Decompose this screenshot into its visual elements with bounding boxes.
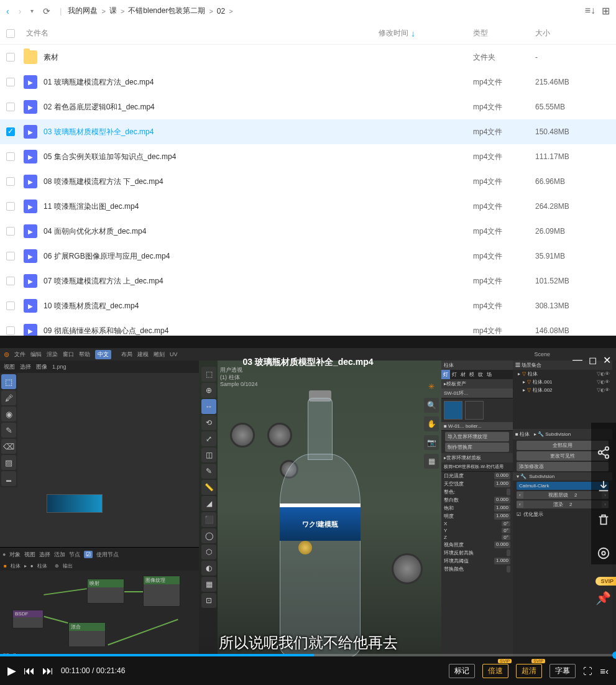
select-all-checkbox[interactable] xyxy=(6,29,15,38)
blender-logo-icon: ⊚ xyxy=(4,351,9,359)
minimize-button[interactable]: — xyxy=(572,354,582,366)
column-name[interactable]: 文件名 xyxy=(15,28,379,39)
row-checkbox[interactable] xyxy=(6,78,15,86)
node-wire xyxy=(44,588,87,595)
row-checkbox[interactable] xyxy=(6,103,15,111)
prev-button[interactable]: ⏮ xyxy=(24,664,35,678)
vt-rotate: ⟲ xyxy=(201,415,216,430)
video-player: — ◻ ✕ 03 玻璃瓶材质模型补全_dec.mp4 ⊚ 文件 编辑 渲染 窗口… xyxy=(0,336,616,685)
row-checkbox[interactable] xyxy=(6,277,15,285)
close-button[interactable]: ✕ xyxy=(603,354,611,366)
forward-button[interactable]: › xyxy=(19,6,22,16)
delete-button[interactable] xyxy=(592,508,615,531)
refresh-button[interactable]: ⟳ xyxy=(43,6,50,16)
file-type: mp4文件 xyxy=(473,152,535,162)
chevron-right-icon: > xyxy=(229,7,232,15)
row-checkbox[interactable] xyxy=(6,202,15,211)
file-type: mp4文件 xyxy=(473,226,535,237)
download-button[interactable] xyxy=(592,475,615,497)
next-button[interactable]: ⏭ xyxy=(42,664,53,678)
tool-cursor: ⬚ xyxy=(1,374,16,389)
breadcrumb-item[interactable]: 课 xyxy=(109,6,117,16)
row-checkbox[interactable] xyxy=(6,301,15,310)
vt-c: ◯ xyxy=(201,528,216,543)
viewport-left-tools: ⬚ ⊕ ↔ ⟲ ⤢ ◫ ✎ 📏 ◢ ⬛ ◯ ⬡ ◐ ▦ ⊡ xyxy=(201,367,219,608)
svg-point-6 xyxy=(599,548,609,559)
node-a: 映射 xyxy=(87,579,124,604)
file-size: 65.55MB xyxy=(535,103,610,111)
node-d: 混合 xyxy=(68,622,106,647)
vt-g: ⊡ xyxy=(201,593,216,608)
asset-section: ▸ 模板资产 xyxy=(441,379,513,388)
pin-icon[interactable]: 📌 xyxy=(595,591,611,605)
file-row[interactable]: 素材文件夹- xyxy=(0,45,616,70)
mark-button[interactable]: 标记 xyxy=(449,664,475,678)
share-button[interactable] xyxy=(592,441,615,464)
svip-badge[interactable]: SVIP xyxy=(595,577,616,586)
node-wire xyxy=(44,616,68,623)
file-row[interactable]: ▶10 喷漆瓶材质流程_dec.mp4mp4文件308.13MB xyxy=(0,293,616,318)
file-row[interactable]: ▶08 喷漆瓶建模流程方法 下_dec.mp4mp4文件66.96MB xyxy=(0,169,616,194)
tool-eraser: ⌫ xyxy=(1,439,16,454)
vt-move: ↔ xyxy=(201,399,216,414)
video-icon: ▶ xyxy=(24,100,37,114)
breadcrumb-item[interactable]: 我的网盘 xyxy=(68,6,98,16)
file-row[interactable]: ▶11 喷漆瓶渲染出图_dec.mp4mp4文件264.28MB xyxy=(0,194,616,219)
breadcrumb-item[interactable]: 02 xyxy=(217,7,225,16)
file-row[interactable]: ▶02 着色器底层逻辑0和1_dec.mp4mp4文件65.55MB xyxy=(0,94,616,119)
file-name: 07 喷漆瓶建模流程方法 上_dec.mp4 xyxy=(44,276,379,287)
video-subtitle: 所以说呢我们就不给他再去 xyxy=(219,633,398,653)
play-button[interactable]: ▶ xyxy=(7,664,16,678)
file-row[interactable]: ▶07 喷漆瓶建模流程方法 上_dec.mp4mp4文件101.52MB xyxy=(0,269,616,293)
file-size: 146.08MB xyxy=(535,326,610,335)
time-display: 00:11:00 / 00:21:46 xyxy=(61,666,125,675)
playlist-button[interactable]: ≡‹ xyxy=(600,666,609,676)
fullscreen-button[interactable]: ⛶ xyxy=(583,666,592,676)
maximize-button[interactable]: ◻ xyxy=(589,354,597,366)
column-time[interactable]: 修改时间 ↓ xyxy=(379,28,473,39)
row-checkbox[interactable] xyxy=(6,326,15,335)
side-toolbar xyxy=(591,423,616,564)
history-dropdown[interactable]: ▾ xyxy=(30,7,34,14)
nodes-header: ● 对象 视图 选择 活加 节点 ☑ 使用节点 xyxy=(0,548,199,561)
column-size[interactable]: 大小 xyxy=(535,28,610,39)
speed-button[interactable]: 倍速SVIP xyxy=(482,664,508,678)
vt-a: ◢ xyxy=(201,496,216,511)
bottle-medal xyxy=(298,541,312,554)
settings-button[interactable] xyxy=(592,542,615,564)
caption-button[interactable]: 字幕 xyxy=(549,664,576,678)
row-checkbox[interactable] xyxy=(6,53,15,62)
row-checkbox[interactable] xyxy=(6,227,15,236)
column-type[interactable]: 类型 xyxy=(473,28,535,39)
file-row[interactable]: ▶04 面朝向优化水材质_dec.mp4mp4文件26.09MB xyxy=(0,219,616,244)
file-row[interactable]: ▶05 集合实例关联追加等知识点_dec.mp4mp4文件111.17MB xyxy=(0,144,616,169)
quality-button[interactable]: 超清SVIP xyxy=(516,664,542,678)
nodes-subheader: ■ 柱体 ▸ ● 柱体 ⊕ 输出 xyxy=(0,561,199,571)
breadcrumb-item[interactable]: 不错blender包装第二期 xyxy=(128,6,205,16)
file-name: 11 喷漆瓶渲染出图_dec.mp4 xyxy=(44,201,379,212)
node-wire xyxy=(124,591,143,592)
row-checkbox[interactable] xyxy=(6,127,15,136)
make-backup-btn: 制作替换库 xyxy=(445,443,509,452)
file-row[interactable]: ▶06 扩展RGB图像原理与应用_dec.mp4mp4文件35.91MB xyxy=(0,244,616,269)
file-size: 26.09MB xyxy=(535,227,610,236)
row-checkbox[interactable] xyxy=(6,177,15,186)
tab-model: 建模 xyxy=(137,351,149,359)
sort-button[interactable]: ≡↓ xyxy=(585,5,595,17)
property-row: 明度1.000 xyxy=(441,512,513,520)
progress-bar[interactable] xyxy=(0,654,616,656)
file-row[interactable]: ▶03 玻璃瓶材质模型补全_dec.mp4mp4文件150.48MB xyxy=(0,119,616,144)
file-name: 06 扩展RGB图像原理与应用_dec.mp4 xyxy=(44,251,379,262)
row-checkbox[interactable] xyxy=(6,152,15,161)
video-frame[interactable]: — ◻ ✕ 03 玻璃瓶材质模型补全_dec.mp4 ⊚ 文件 编辑 渲染 窗口… xyxy=(0,336,616,656)
video-icon: ▶ xyxy=(24,125,37,139)
vt-transform: ◫ xyxy=(201,448,216,462)
asset-dropdown: SW-01环... xyxy=(441,388,513,398)
tab-sculpt: 雕刻 xyxy=(154,351,165,359)
file-name: 素材 xyxy=(44,52,379,63)
back-button[interactable]: ‹ xyxy=(6,6,9,16)
grid-view-button[interactable]: ⊞ xyxy=(602,5,610,17)
file-row[interactable]: ▶01 玻璃瓶建模流程方法_dec.mp4mp4文件215.46MB xyxy=(0,70,616,94)
asset-tabs: 灯 灯 材 模 纹 场 xyxy=(441,370,513,379)
row-checkbox[interactable] xyxy=(6,252,15,260)
